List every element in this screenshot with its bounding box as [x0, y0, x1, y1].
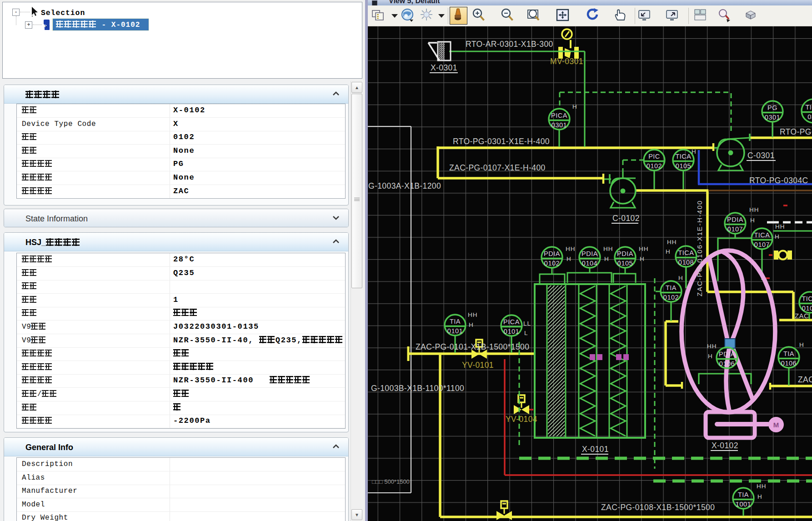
svg-text:0105: 0105 — [617, 260, 633, 267]
svg-text:X-0101: X-0101 — [582, 445, 609, 454]
svg-text:0107: 0107 — [754, 241, 770, 248]
svg-text:ZAC: ZAC — [795, 312, 809, 320]
svg-text:H: H — [708, 353, 713, 360]
svg-text:0101: 0101 — [447, 327, 463, 335]
svg-text:HH: HH — [775, 223, 785, 230]
svg-text:0101: 0101 — [504, 328, 519, 335]
svg-text:C-0301: C-0301 — [747, 151, 775, 160]
svg-text:YV-0101: YV-0101 — [462, 361, 494, 370]
svg-text:TICA: TICA — [754, 231, 770, 239]
svg-text:ZAC: ZAC — [798, 375, 812, 384]
svg-text:HH: HH — [749, 206, 759, 213]
svg-text:0104: 0104 — [582, 260, 597, 267]
svg-text:RTO-PG-030: RTO-PG-030 — [780, 127, 812, 136]
svg-text:MV-0301: MV-0301 — [550, 57, 583, 66]
svg-text:H: H — [678, 275, 683, 281]
svg-text:H: H — [640, 255, 645, 262]
svg-text:0106: 0106 — [781, 360, 797, 367]
svg-text:PDIA: PDIA — [727, 216, 743, 223]
svg-text:G-1003B-X1B-1100*1100: G-1003B-X1B-1100*1100 — [371, 384, 464, 393]
svg-text:PG: PG — [767, 104, 777, 111]
svg-text:0102: 0102 — [544, 260, 560, 267]
svg-text:TIA: TIA — [666, 284, 677, 291]
svg-text:HH: HH — [603, 245, 613, 252]
svg-text:TIA: TIA — [738, 491, 749, 498]
svg-text:G-1003A-X1B-1200: G-1003A-X1B-1200 — [368, 181, 441, 190]
svg-text:ZAC-PG-0101-X1B-1500*1500: ZAC-PG-0101-X1B-1500*1500 — [416, 342, 529, 351]
svg-text:H: H — [692, 148, 697, 155]
svg-text:H: H — [566, 255, 571, 262]
svg-text:PDIA: PDIA — [544, 250, 560, 257]
svg-text:HH: HH — [468, 311, 478, 318]
svg-text:ZAC-PG-0107-X1E-H-400: ZAC-PG-0107-X1E-H-400 — [449, 163, 546, 172]
svg-text:0301: 0301 — [765, 114, 780, 121]
svg-text:PICA: PICA — [551, 112, 567, 119]
svg-text:PDIA: PDIA — [617, 250, 633, 257]
svg-text:PIC: PIC — [648, 153, 660, 160]
svg-text:030: 030 — [807, 113, 812, 120]
svg-text:TIA: TIA — [450, 318, 461, 325]
svg-text:0107: 0107 — [727, 225, 743, 233]
svg-text:0105: 0105 — [676, 162, 691, 170]
svg-text:HH: HH — [757, 483, 767, 490]
svg-text:RTO-AR-0301-X1B-300: RTO-AR-0301-X1B-300 — [466, 40, 553, 49]
svg-text:M: M — [773, 421, 779, 429]
svg-text:C-0102: C-0102 — [612, 214, 640, 223]
svg-text:TICA: TICA — [805, 104, 812, 111]
svg-text:X-0102: X-0102 — [712, 441, 738, 450]
svg-text:ZAC-PG-0108-X1B-1500*1500: ZAC-PG-0108-X1B-1500*1500 — [601, 503, 715, 512]
svg-text:H: H — [572, 103, 577, 110]
svg-text:H: H — [799, 341, 804, 348]
svg-text:H: H — [757, 493, 762, 500]
svg-text:H: H — [750, 217, 755, 224]
svg-text:HH: HH — [707, 343, 717, 350]
svg-text:ZAC-PG-0106-X1E-H-400: ZAC-PG-0106-X1E-H-400 — [696, 200, 703, 296]
svg-text:LL: LL — [523, 320, 531, 327]
svg-text:TIA: TIA — [783, 350, 794, 357]
svg-text:TICA: TICA — [802, 295, 812, 302]
svg-text:RTO-PG-0301-X1E-H-400: RTO-PG-0301-X1E-H-400 — [453, 137, 550, 146]
svg-text:0301: 0301 — [551, 121, 567, 129]
svg-text:0106: 0106 — [719, 360, 735, 367]
svg-text:0102: 0102 — [663, 294, 679, 301]
svg-text:TICA: TICA — [675, 153, 691, 160]
svg-text:PDIA: PDIA — [719, 351, 735, 358]
svg-text:YV-0104: YV-0104 — [506, 415, 537, 424]
svg-text:RTO-PG-0304C: RTO-PG-0304C — [749, 176, 808, 185]
svg-text:0102: 0102 — [647, 162, 662, 170]
svg-text:TICA: TICA — [678, 249, 694, 256]
svg-text:1001: 1001 — [736, 501, 751, 508]
svg-text:X-0301: X-0301 — [431, 63, 457, 72]
svg-text:HH: HH — [667, 239, 677, 245]
svg-text:HH: HH — [639, 245, 649, 252]
svg-text:0103: 0103 — [802, 305, 812, 312]
svg-text:HH: HH — [566, 245, 576, 252]
svg-text:H: H — [604, 255, 609, 262]
svg-text:H: H — [775, 233, 780, 240]
svg-text:PICA: PICA — [503, 318, 520, 326]
svg-text:L: L — [524, 330, 528, 336]
svg-text:□□□ 500*1500: □□□ 500*1500 — [372, 478, 410, 485]
svg-text:0108: 0108 — [678, 259, 694, 266]
svg-text:H: H — [666, 248, 671, 255]
svg-text:PDIA: PDIA — [581, 250, 598, 257]
svg-text:H: H — [469, 321, 474, 328]
